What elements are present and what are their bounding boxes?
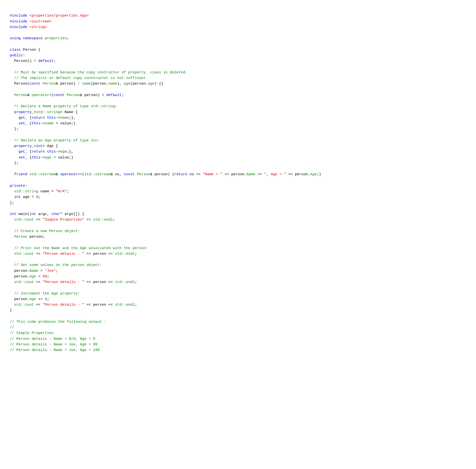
code-editor: #include <properties/properties.hpp> #in… bbox=[10, 7, 466, 353]
